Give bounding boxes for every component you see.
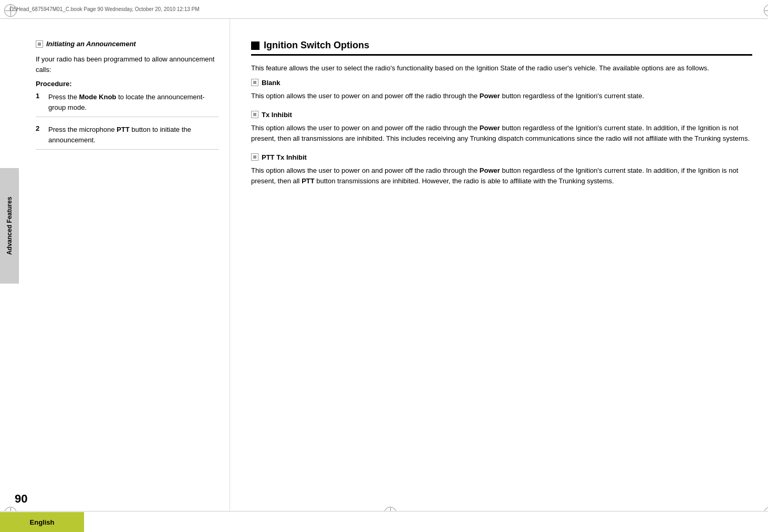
ptt-bold-ptt: PTT [302, 177, 315, 185]
tx-bold-power: Power [480, 124, 500, 132]
step-2-text: Press the microphone PTT button to initi… [48, 124, 219, 145]
step-2-number: 2 [36, 124, 44, 145]
blank-bold-power: Power [480, 92, 500, 100]
side-tab-text: Advanced Features [6, 197, 13, 255]
bottom-bar: English [0, 511, 768, 532]
left-section-heading: Initiating an Announcement [36, 40, 219, 48]
subsection-ptt-body: This option allows the user to power on … [251, 165, 752, 186]
subsection-tx-inhibit: Tx Inhibit This option allows the user t… [251, 111, 752, 144]
step-1-number: 1 [36, 92, 44, 112]
subsection-ptt-icon [251, 153, 258, 161]
right-column: Ignition Switch Options This feature all… [230, 19, 768, 511]
subsection-tx-title: Tx Inhibit [262, 111, 292, 119]
page-number: 90 [15, 492, 27, 506]
subsection-tx-heading: Tx Inhibit [251, 111, 752, 119]
side-tab: Advanced Features [0, 168, 19, 284]
main-content: Initiating an Announcement If your radio… [25, 19, 768, 511]
step-2: 2 Press the microphone PTT button to ini… [36, 124, 219, 150]
subsection-blank: Blank This option allows the user to pow… [251, 79, 752, 101]
right-title-text: Ignition Switch Options [264, 40, 369, 51]
subsection-ptt-title: PTT Tx Inhibit [262, 153, 307, 161]
english-tab: English [0, 512, 84, 532]
subsection-ptt-tx-inhibit: PTT Tx Inhibit This option allows the us… [251, 153, 752, 186]
subsection-blank-title: Blank [262, 79, 280, 87]
subsection-blank-body: This option allows the user to power on … [251, 91, 752, 101]
top-bar: O5Head_6875947M01_C.book Page 90 Wednesd… [0, 0, 768, 19]
right-main-title: Ignition Switch Options [251, 40, 752, 56]
subsection-blank-heading: Blank [251, 79, 752, 87]
english-label: English [30, 518, 55, 526]
subsection-tx-body: This option allows the user to power on … [251, 123, 752, 144]
left-heading-text: Initiating an Announcement [46, 40, 136, 48]
left-intro: If your radio has been programmed to all… [36, 54, 219, 75]
step-2-bold-1: PTT [117, 126, 130, 133]
title-black-square [251, 41, 260, 50]
procedure-heading: Procedure: [36, 80, 219, 88]
right-intro: This feature allows the user to select t… [251, 63, 752, 74]
step-1-text: Press the Mode Knob to locate the announ… [48, 92, 219, 112]
left-column: Initiating an Announcement If your radio… [25, 19, 230, 511]
top-bar-text: O5Head_6875947M01_C.book Page 90 Wednesd… [9, 6, 200, 12]
step-1: 1 Press the Mode Knob to locate the anno… [36, 92, 219, 117]
step-1-bold-1: Mode Knob [79, 93, 117, 101]
subsection-tx-icon [251, 111, 258, 118]
subsection-ptt-heading: PTT Tx Inhibit [251, 153, 752, 161]
ptt-bold-power: Power [480, 166, 500, 174]
section-icon-left [36, 40, 43, 48]
subsection-blank-icon [251, 79, 258, 86]
